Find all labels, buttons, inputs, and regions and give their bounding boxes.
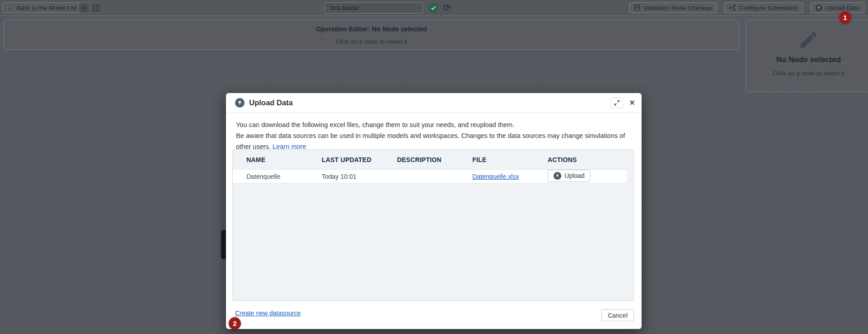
table-row: Datenquelle Today 10:01 Datenquelle.xlsx… bbox=[233, 169, 627, 183]
node-panel-hint: Click on a node to select it bbox=[746, 70, 868, 77]
formula-fx-button[interactable]: fx bbox=[78, 3, 90, 13]
top-toolbar: ← Back to the Model List fx Test Model ▼… bbox=[0, 0, 868, 16]
expand-modal-button[interactable] bbox=[611, 98, 623, 108]
side-panel-toggle-button[interactable] bbox=[91, 3, 102, 13]
upload-data-modal: Upload Data ✕ You can download the follo… bbox=[226, 93, 642, 329]
col-header-last-updated: LAST UPDATED bbox=[308, 156, 383, 163]
col-header-actions: ACTIONS bbox=[534, 156, 633, 163]
cancel-button[interactable]: Cancel bbox=[601, 309, 634, 321]
refresh-icon[interactable]: ⟳ bbox=[441, 1, 452, 14]
row-upload-button[interactable]: Upload bbox=[548, 170, 590, 182]
configure-submodels-button[interactable]: Configure Submodels bbox=[724, 2, 803, 13]
upload-data-button[interactable]: Upload Data bbox=[810, 2, 864, 13]
node-details-panel: No Node selected Click on a node to sele… bbox=[745, 20, 868, 92]
panel-layout-icon bbox=[93, 5, 100, 11]
row-upload-button-label: Upload bbox=[564, 172, 584, 179]
operation-editor-panel: Operation Editor: No Node selected Click… bbox=[3, 20, 740, 50]
back-to-model-list-button[interactable]: ← Back to the Model List bbox=[2, 2, 82, 13]
annotation-badge-2: 2 bbox=[229, 317, 241, 329]
validation-button-label: Validation Node Checkup bbox=[643, 5, 712, 11]
modal-description: You can download the following excel fil… bbox=[226, 113, 642, 152]
chevron-down-icon: ▼ bbox=[413, 5, 418, 11]
back-arrow-icon: ← bbox=[7, 5, 14, 11]
modal-title: Upload Data bbox=[249, 98, 293, 107]
back-button-label: Back to the Model List bbox=[17, 5, 77, 11]
pencil-edit-icon bbox=[798, 29, 819, 51]
operation-editor-title: Operation Editor: No Node selected bbox=[4, 25, 739, 33]
upload-data-button-label: Upload Data bbox=[825, 5, 859, 11]
upload-circle-icon bbox=[815, 5, 822, 11]
submodel-branch-icon bbox=[729, 5, 736, 11]
cell-last-updated: Today 10:01 bbox=[308, 173, 383, 180]
datasource-table: NAME LAST UPDATED DESCRIPTION FILE ACTIO… bbox=[232, 149, 634, 301]
cell-file: Datenquelle.xlsx bbox=[459, 173, 534, 180]
calculator-icon bbox=[634, 5, 640, 11]
datasource-file-link[interactable]: Datenquelle.xlsx bbox=[472, 173, 519, 180]
configure-button-label: Configure Submodels bbox=[739, 5, 798, 11]
modal-header: Upload Data ✕ bbox=[226, 93, 642, 113]
col-header-file: FILE bbox=[459, 156, 534, 163]
description-line-2-wrap: Be aware that data sources can be used i… bbox=[236, 130, 632, 152]
col-header-description: DESCRIPTION bbox=[383, 156, 459, 163]
model-select-dropdown[interactable]: Test Model ▼ bbox=[324, 2, 423, 14]
model-valid-check-icon bbox=[429, 3, 438, 13]
validation-node-checkup-button[interactable]: Validation Node Checkup bbox=[629, 2, 717, 13]
col-header-name: NAME bbox=[233, 156, 308, 163]
description-line-1: You can download the following excel fil… bbox=[236, 119, 632, 130]
model-select-value: Test Model bbox=[329, 5, 359, 11]
annotation-badge-1: 1 bbox=[839, 11, 851, 24]
table-header-row: NAME LAST UPDATED DESCRIPTION FILE ACTIO… bbox=[233, 150, 633, 169]
operation-editor-hint: Click on a node to select it bbox=[4, 38, 739, 45]
close-icon[interactable]: ✕ bbox=[629, 98, 635, 107]
upload-arrow-icon bbox=[554, 172, 561, 180]
cell-actions: Upload bbox=[534, 170, 627, 182]
fx-icon: fx bbox=[82, 5, 87, 12]
cell-name: Datenquelle bbox=[233, 173, 308, 180]
node-panel-title: No Node selected bbox=[746, 55, 868, 64]
create-new-datasource-link[interactable]: Create new datasource bbox=[235, 309, 301, 317]
upload-modal-icon bbox=[235, 98, 245, 108]
